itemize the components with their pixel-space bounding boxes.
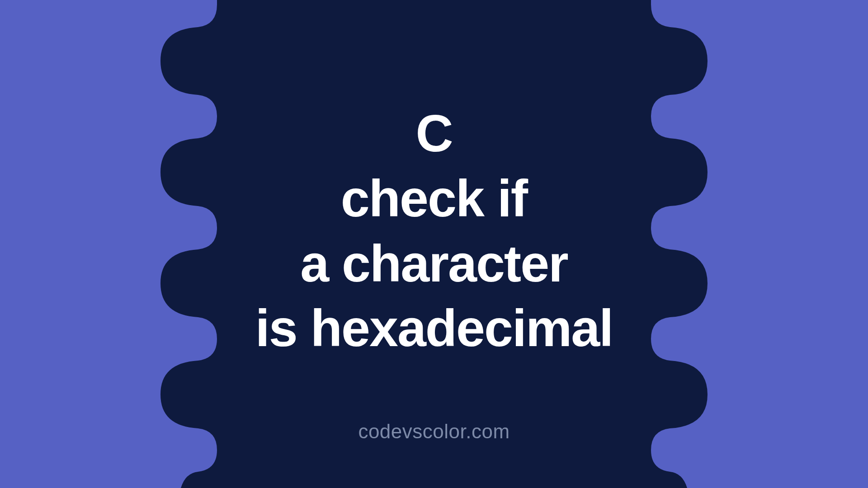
title-container: C check if a character is hexadecimal (0, 101, 868, 361)
title-line-4: is hexadecimal (0, 296, 868, 361)
title-line-1: C (0, 101, 868, 166)
title-line-3: a character (0, 231, 868, 296)
watermark-text: codevscolor.com (358, 420, 509, 443)
title-line-2: check if (0, 166, 868, 231)
